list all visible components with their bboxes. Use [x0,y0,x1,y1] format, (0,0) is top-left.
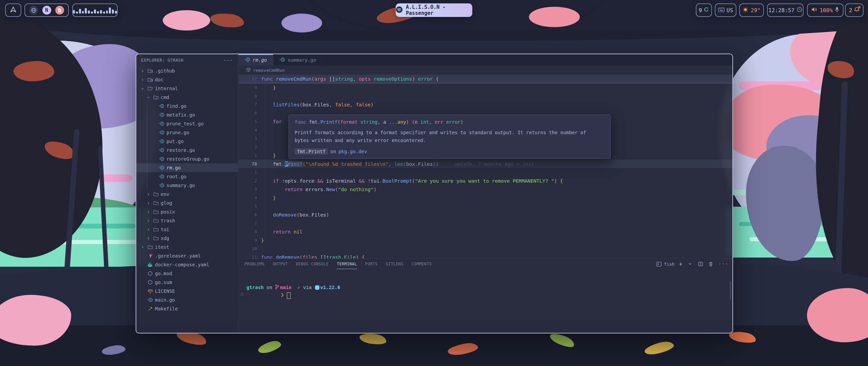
chevron-right-icon[interactable] [140,244,145,250]
code-editor[interactable]: 17func removeCmdRun(args []string, opts … [238,75,732,259]
goreleaser-icon: Y [147,253,153,259]
chevron-right-icon[interactable] [145,227,151,232]
chevron-right-icon[interactable] [145,236,151,241]
tree-item-label: trash [161,218,175,223]
terminal-scrollbar[interactable] [730,281,731,300]
code-line-9[interactable]: 9 } [238,83,732,92]
chevron-right-icon[interactable] [145,200,151,206]
code-line-3[interactable]: 3 return errors.New("do nothing") [238,185,732,194]
tree-item-put-go[interactable]: Gput.go [136,137,238,146]
tree-item-glog[interactable]: glog [136,199,238,207]
code-token: removeCmdRun [276,76,312,82]
notification-indicator[interactable]: 2 [845,3,864,17]
tree-item-root-go[interactable]: Groot.go [136,172,238,181]
weather-indicator[interactable]: 29° [739,3,764,17]
tab-summary-go[interactable]: Gsummary.go [273,54,322,66]
tree-item-xdg[interactable]: xdg [136,234,238,243]
tooltip-pkg-link[interactable]: pkg.go.dev [338,149,367,154]
breadcrumb[interactable]: removeCmdRun [238,66,732,75]
code-token: } [273,153,276,158]
tree-item--goreleaser-yaml[interactable]: Y.goreleaser.yaml [136,251,238,260]
code-line-6[interactable]: 6 doRemove(box.Files) [238,210,732,219]
split-terminal-icon[interactable] [697,261,704,267]
chevron-down-icon[interactable] [687,261,693,267]
tree-item-license[interactable]: LICENSE [136,287,238,296]
globe-icon[interactable] [29,6,38,15]
code-line-9[interactable]: 9} [238,236,732,244]
line-text: doRemove(box.Files) [257,212,329,218]
panel-tab-terminal[interactable]: TERMINAL [337,259,357,269]
shell-chip[interactable]: fish [656,261,674,267]
terminal-content[interactable]: gtrash on main ✓ via v1.22.6 [238,269,732,300]
code-line-8[interactable]: 8 [238,92,732,100]
tree-item-tui[interactable]: tui [136,225,238,234]
document-icon[interactable] [55,6,64,15]
more-icon[interactable]: ··· [718,261,729,267]
code-line-7[interactable]: 7 [238,219,732,227]
tree-item-docker-compose-yaml[interactable]: docker-compose.yaml [136,260,238,269]
visualizer-bar [94,9,96,14]
workspace-indicator[interactable]: 9 [696,3,712,17]
tree-item-restore-go[interactable]: Grestore.go [136,146,238,155]
tree-item-go-sum[interactable]: go.sum [136,278,238,287]
tree-item--github[interactable]: .github [136,66,238,75]
tree-item-internal[interactable]: internal [136,84,238,93]
panel-tab-output[interactable]: OUTPUT [273,259,288,269]
code-line-10[interactable]: 10 [238,244,732,253]
tree-item-env[interactable]: env [136,190,238,199]
chevron-down-icon[interactable] [145,95,151,100]
code-line-78[interactable]: 78 fmt.Printf("\nFound %d trashed files\… [238,160,732,168]
tree-item-summary-go[interactable]: Gsummary.go [136,181,238,190]
trash-icon[interactable] [708,261,714,267]
code-line-17[interactable]: 17func removeCmdRun(args []string, opts … [238,75,732,83]
code-line-11[interactable]: 11func doRemove(files []trash.File) { [238,253,732,259]
code-line-8[interactable]: 8 return nil [238,227,732,236]
prompt-token: via [300,285,314,290]
notion-icon[interactable]: N [42,6,51,15]
tree-item-trash[interactable]: trash [136,216,238,225]
panel-tab-comments[interactable]: COMMENTS [412,259,432,269]
code-line-7[interactable]: 7 listFiles(box.Files, false, false) [238,100,732,109]
tree-item-posix[interactable]: posix [136,207,238,216]
line-text: } [257,85,276,90]
panel-tab-gitlens[interactable]: GITLENS [386,259,403,269]
clock-indicator[interactable]: 12:28:57 [767,3,804,17]
media-player-pill[interactable]: A.L.I.S.O.N - Passenger [396,3,472,17]
code-line-1[interactable]: 1 [238,168,732,177]
wallpaper-shape [163,10,210,30]
tab-rm-go[interactable]: Grm.go [238,54,273,66]
panel-tab-ports[interactable]: PORTS [365,259,378,269]
code-line-5[interactable]: 5 [238,202,732,210]
tree-item-main-go[interactable]: Gmain.go [136,296,238,304]
chevron-down-icon[interactable] [140,86,145,91]
panel-tab-debug-console[interactable]: DEBUG CONSOLE [296,259,329,269]
tree-item-doc[interactable]: doc [136,75,238,84]
tree-item-metafix-go[interactable]: Gmetafix.go [136,110,238,119]
tree-item-prune-go[interactable]: Gprune.go [136,128,238,137]
explorer-more-button[interactable]: ··· [223,57,233,63]
line-number: 3 [238,187,257,192]
launcher-button[interactable] [5,3,21,17]
panel-tab-problems[interactable]: PROBLEMS [244,259,264,269]
tree-item-itest[interactable]: itest [136,243,238,251]
chevron-right-icon[interactable] [140,77,145,82]
code-token: "Are you sure you want to remove PERMANE… [415,178,554,184]
new-terminal-button[interactable]: + [679,261,682,267]
code-token: ( [337,119,340,125]
tree-item-restoregroup-go[interactable]: GrestoreGroup.go [136,155,238,163]
chevron-right-icon[interactable] [145,218,151,223]
code-token: ) [371,102,374,107]
chevron-right-icon[interactable] [145,191,151,197]
tree-item-prune-test-go[interactable]: Gprune_test.go [136,119,238,128]
tree-item-find-go[interactable]: Gfind.go [136,102,238,110]
keyboard-layout-indicator[interactable]: US [715,3,736,17]
volume-indicator[interactable]: 100% [807,3,844,17]
tree-item-go-mod[interactable]: go.mod [136,269,238,278]
tree-item-makefile[interactable]: Makefile [136,304,238,313]
chevron-right-icon[interactable] [145,209,151,215]
code-line-2[interactable]: 2 if !opts.force && isTerminal && !tui.B… [238,177,732,185]
chevron-right-icon[interactable] [140,68,145,74]
tree-item-rm-go[interactable]: Grm.go [136,163,238,172]
code-line-4[interactable]: 4 } [238,194,732,202]
tree-item-cmd[interactable]: cmd [136,93,238,102]
